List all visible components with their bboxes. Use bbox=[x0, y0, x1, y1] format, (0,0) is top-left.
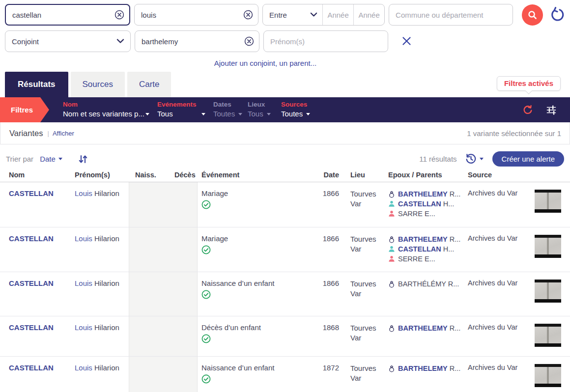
filter-lieux[interactable]: Lieux Tous bbox=[248, 97, 281, 122]
wedding-rings-icon bbox=[388, 365, 396, 372]
verified-check-icon bbox=[201, 200, 211, 209]
verified-check-icon bbox=[201, 290, 211, 299]
birth-death-cell bbox=[129, 182, 198, 227]
parent-name-rest: H... bbox=[441, 200, 455, 208]
surname-link[interactable]: CASTELLAN bbox=[9, 323, 54, 332]
col-header-deces: Décès bbox=[174, 171, 196, 179]
caret-down-icon bbox=[145, 113, 149, 115]
parent-entry: BARTHELEMY R... bbox=[388, 323, 466, 333]
chevron-down-icon bbox=[310, 12, 317, 17]
filter-bar: Filtres Nom Nom et ses variantes p... Ev… bbox=[0, 97, 570, 122]
surname-link[interactable]: CASTELLAN bbox=[9, 279, 54, 287]
filter-title: Sources bbox=[281, 100, 330, 109]
filter-settings-button[interactable] bbox=[546, 105, 557, 115]
parent-name-link[interactable]: BARTHELEMY bbox=[398, 324, 448, 332]
epoux-parents-cell: BARTHELEMY R...CASTELLAN H...SARRE E... bbox=[387, 182, 466, 227]
parent-entry: BARTHELEMY R... bbox=[388, 364, 466, 373]
firstname-link[interactable]: Louis bbox=[75, 234, 92, 243]
parent-name: SERRE E... bbox=[398, 255, 435, 263]
event-date: 1866 bbox=[315, 272, 339, 316]
col-header-evenement: Événement bbox=[198, 171, 315, 179]
relation-select[interactable]: Conjoint bbox=[5, 30, 131, 52]
spouse-surname-field bbox=[135, 30, 259, 52]
spouse-firstname-input[interactable] bbox=[264, 37, 388, 46]
add-relative-link[interactable]: Ajouter un conjoint, un parent... bbox=[214, 59, 316, 67]
chevron-down-icon bbox=[116, 39, 124, 44]
filter-value: Toutes bbox=[213, 109, 235, 119]
caret-down-icon bbox=[267, 113, 271, 115]
record-thumbnail[interactable] bbox=[535, 190, 561, 213]
parent-entry: BARTHELEMY R... bbox=[388, 189, 466, 199]
spouse-firstname-field bbox=[263, 30, 388, 52]
firstname-link[interactable]: Louis bbox=[75, 364, 92, 372]
refresh-filters-button[interactable] bbox=[522, 105, 533, 115]
event-date: 1866 bbox=[315, 227, 339, 272]
firstname-link[interactable]: Louis bbox=[75, 323, 92, 332]
record-thumbnail[interactable] bbox=[535, 324, 561, 347]
parent-entry: CASTELLAN H... bbox=[388, 244, 466, 254]
sort-field-select[interactable]: Date bbox=[40, 155, 62, 163]
epoux-parents-cell: BARTHÉLÉMY R... bbox=[387, 272, 466, 316]
clear-icon[interactable] bbox=[244, 36, 254, 46]
birth-death-cell bbox=[129, 357, 198, 392]
filter-title: Dates bbox=[213, 100, 248, 109]
event-label: Décès d’un enfant bbox=[201, 323, 261, 332]
create-alert-button[interactable]: Créer une alerte bbox=[492, 151, 564, 167]
tab-sources[interactable]: Sources bbox=[71, 72, 125, 97]
surname-link[interactable]: CASTELLAN bbox=[9, 234, 54, 243]
parent-name-link[interactable]: CASTELLAN bbox=[398, 245, 441, 253]
reset-icon bbox=[549, 7, 565, 23]
parent-name-link[interactable]: CASTELLAN bbox=[398, 200, 441, 208]
record-thumbnail[interactable] bbox=[535, 280, 561, 303]
firstname-link[interactable]: Louis bbox=[75, 279, 92, 287]
clear-icon[interactable] bbox=[243, 10, 253, 20]
results-table-body: CASTELLANLouis HilarionMariage1866Tourve… bbox=[0, 182, 570, 392]
tab-resultats[interactable]: Résultats bbox=[5, 72, 68, 97]
filter-dates[interactable]: Dates Toutes bbox=[213, 97, 248, 122]
surname-link[interactable]: CASTELLAN bbox=[9, 364, 54, 372]
firstname-rest: Hilarion bbox=[92, 364, 119, 372]
person-teal-person-icon bbox=[388, 200, 396, 208]
filter-sources[interactable]: Sources Toutes bbox=[281, 97, 330, 122]
period-select[interactable]: Entre bbox=[263, 4, 323, 25]
year-to-input[interactable]: Année bbox=[354, 4, 384, 25]
search-history-button[interactable] bbox=[465, 153, 484, 165]
parent-name: BARTHÉLÉMY R... bbox=[398, 280, 459, 288]
surname-input[interactable] bbox=[6, 11, 129, 19]
parent-name-link[interactable]: BARTHELEMY bbox=[398, 235, 448, 243]
event-place: TourvesVar bbox=[339, 272, 387, 316]
sort-direction-button[interactable] bbox=[78, 154, 88, 164]
reset-search-button[interactable] bbox=[549, 7, 565, 23]
spouse-surname-input[interactable] bbox=[135, 37, 259, 46]
firstname-link[interactable]: Louis bbox=[75, 189, 92, 197]
parent-name-rest: R... bbox=[448, 235, 461, 243]
record-thumbnail[interactable] bbox=[535, 235, 561, 258]
event-date: 1868 bbox=[315, 316, 339, 356]
filter-nom[interactable]: Nom Nom et ses variantes p... bbox=[63, 97, 157, 122]
parent-name-link[interactable]: BARTHELEMY bbox=[398, 364, 448, 372]
source-name: Archives du Var bbox=[466, 272, 533, 316]
parent-name-rest: R... bbox=[448, 190, 461, 198]
tab-carte[interactable]: Carte bbox=[127, 72, 171, 97]
remove-relative-button[interactable] bbox=[402, 36, 412, 46]
filter-evenements[interactable]: Evénements Tous bbox=[157, 97, 213, 122]
event-label: Naissance d’un enfant bbox=[201, 364, 274, 372]
search-button[interactable] bbox=[522, 4, 543, 26]
surname-link[interactable]: CASTELLAN bbox=[9, 189, 54, 197]
year-from-input[interactable]: Année bbox=[323, 4, 354, 25]
parent-name-rest: R... bbox=[448, 364, 461, 372]
source-name: Archives du Var bbox=[466, 227, 533, 272]
firstname-input[interactable] bbox=[135, 11, 258, 19]
parent-name-link[interactable]: BARTHELEMY bbox=[398, 190, 448, 198]
filters-flag-button[interactable]: Filtres bbox=[0, 97, 49, 122]
variants-show-link[interactable]: Afficher bbox=[53, 130, 74, 137]
place-input[interactable] bbox=[389, 11, 513, 19]
caret-down-icon bbox=[58, 158, 62, 160]
parent-entry: BARTHELEMY R... bbox=[388, 234, 466, 244]
parent-name: SARRE E... bbox=[398, 210, 435, 218]
filter-title: Nom bbox=[63, 100, 157, 109]
event-label: Naissance d’un enfant bbox=[201, 279, 274, 287]
filter-value: Tous bbox=[157, 109, 173, 119]
clear-icon[interactable] bbox=[114, 10, 124, 20]
record-thumbnail[interactable] bbox=[535, 364, 561, 387]
